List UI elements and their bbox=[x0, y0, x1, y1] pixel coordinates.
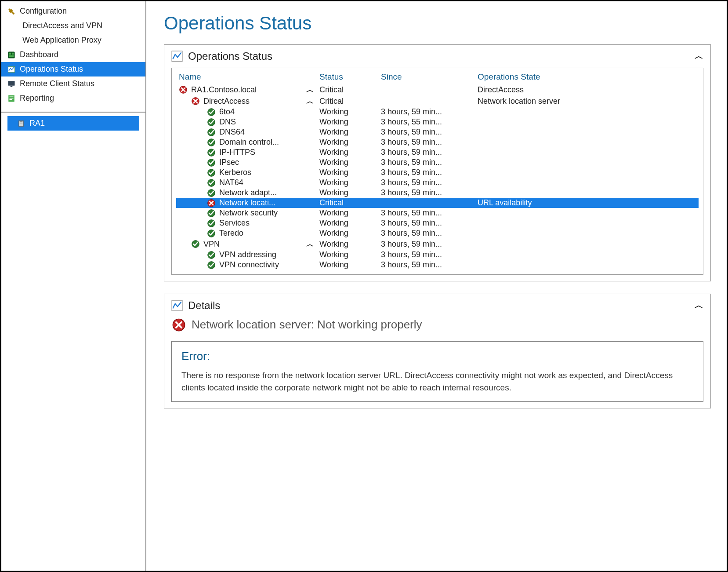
cell-since: 3 hours, 59 min... bbox=[381, 158, 478, 167]
col-name[interactable]: Name bbox=[179, 72, 319, 82]
error-icon bbox=[207, 199, 216, 208]
cell-name: 6to4 bbox=[179, 107, 319, 117]
table-row[interactable]: Network locati...CriticalURL availabilit… bbox=[176, 198, 699, 208]
cell-since: 3 hours, 59 min... bbox=[381, 260, 478, 270]
table-row[interactable]: IPsecWorking3 hours, 59 min... bbox=[176, 157, 699, 168]
svg-rect-2 bbox=[12, 52, 14, 55]
ok-icon bbox=[207, 261, 216, 270]
ok-icon bbox=[207, 251, 216, 259]
server-icon bbox=[16, 120, 26, 128]
server-item-ra1[interactable]: RA1 bbox=[7, 116, 139, 131]
cell-status: Working bbox=[319, 107, 381, 117]
cell-since: 3 hours, 59 min... bbox=[381, 107, 478, 117]
cell-since: 3 hours, 59 min... bbox=[381, 188, 478, 197]
table-row[interactable]: VPN︿Working3 hours, 59 min... bbox=[176, 238, 699, 250]
chevron-up-icon[interactable]: ︿ bbox=[306, 239, 314, 249]
page-title: Operations Status bbox=[164, 13, 711, 34]
row-label: VPN addressing bbox=[219, 250, 276, 259]
chevron-up-icon[interactable]: ︿ bbox=[306, 84, 314, 95]
cell-status: Working bbox=[319, 158, 381, 167]
sidebar-sub-web-app-proxy[interactable]: Web Application Proxy bbox=[1, 33, 145, 47]
cell-status: Working bbox=[319, 128, 381, 137]
col-state[interactable]: Operations State bbox=[478, 72, 696, 82]
cell-status: Working bbox=[319, 229, 381, 238]
table-header-row: Name Status Since Operations State bbox=[176, 72, 699, 82]
table-row[interactable]: Domain control...Working3 hours, 59 min.… bbox=[176, 137, 699, 147]
cell-since: 3 hours, 59 min... bbox=[381, 128, 478, 137]
cell-status: Working bbox=[319, 260, 381, 270]
col-since[interactable]: Since bbox=[381, 72, 478, 82]
row-label: IP-HTTPS bbox=[219, 148, 255, 157]
table-row[interactable]: DNS64Working3 hours, 59 min... bbox=[176, 127, 699, 137]
row-label: RA1.Contoso.local bbox=[191, 85, 257, 95]
error-icon bbox=[172, 318, 185, 332]
sidebar-item-configuration[interactable]: Configuration bbox=[1, 4, 145, 18]
sidebar-item-operations-status[interactable]: Operations Status bbox=[1, 62, 145, 77]
cell-op-state: Network location server bbox=[478, 97, 696, 106]
cell-since: 3 hours, 59 min... bbox=[381, 229, 478, 238]
svg-rect-8 bbox=[10, 96, 14, 97]
sidebar-sub-label: Web Application Proxy bbox=[22, 36, 101, 45]
row-label: IPsec bbox=[219, 158, 239, 167]
table-row[interactable]: KerberosWorking3 hours, 59 min... bbox=[176, 168, 699, 178]
collapse-chevron-icon[interactable]: ︿ bbox=[695, 299, 703, 311]
cell-status: Critical bbox=[319, 198, 381, 208]
sidebar-label: Remote Client Status bbox=[20, 79, 94, 88]
table-row[interactable]: VPN addressingWorking3 hours, 59 min... bbox=[176, 250, 699, 260]
panel-chart-icon bbox=[171, 51, 183, 62]
operations-table: Name Status Since Operations State RA1.C… bbox=[171, 68, 703, 275]
cell-name: VPN connectivity bbox=[179, 260, 319, 270]
monitor-icon bbox=[7, 80, 16, 88]
cell-since: 3 hours, 59 min... bbox=[381, 219, 478, 228]
table-row[interactable]: NAT64Working3 hours, 59 min... bbox=[176, 178, 699, 188]
table-row[interactable]: IP-HTTPSWorking3 hours, 59 min... bbox=[176, 147, 699, 157]
cell-since: 3 hours, 59 min... bbox=[381, 148, 478, 157]
sidebar-sub-label: DirectAccess and VPN bbox=[22, 21, 102, 30]
table-row[interactable]: 6to4Working3 hours, 59 min... bbox=[176, 107, 699, 117]
sidebar-sub-directaccess-vpn[interactable]: DirectAccess and VPN bbox=[1, 18, 145, 33]
table-row[interactable]: Network securityWorking3 hours, 59 min..… bbox=[176, 208, 699, 218]
sidebar-item-reporting[interactable]: Reporting bbox=[1, 91, 145, 106]
ok-icon bbox=[207, 118, 216, 127]
cell-name: RA1.Contoso.local︿ bbox=[179, 84, 319, 95]
cell-name: Services bbox=[179, 219, 319, 228]
row-label: Network locati... bbox=[219, 198, 275, 208]
sidebar-label: Configuration bbox=[20, 7, 67, 16]
collapse-chevron-icon[interactable]: ︿ bbox=[695, 50, 703, 62]
table-row[interactable]: RA1.Contoso.local︿CriticalDirectAccess bbox=[176, 84, 699, 95]
svg-rect-12 bbox=[20, 121, 23, 122]
table-row[interactable]: DNSWorking3 hours, 55 min... bbox=[176, 117, 699, 127]
cell-since: 3 hours, 59 min... bbox=[381, 208, 478, 218]
report-icon bbox=[7, 95, 16, 102]
ok-icon bbox=[207, 189, 216, 197]
cell-name: NAT64 bbox=[179, 178, 319, 187]
table-row[interactable]: DirectAccess︿CriticalNetwork location se… bbox=[176, 95, 699, 107]
col-status[interactable]: Status bbox=[319, 72, 381, 82]
cell-name: Kerberos bbox=[179, 168, 319, 177]
table-row[interactable]: TeredoWorking3 hours, 59 min... bbox=[176, 228, 699, 238]
row-label: Services bbox=[219, 219, 250, 228]
sidebar-item-dashboard[interactable]: Dashboard bbox=[1, 47, 145, 62]
server-list: RA1 bbox=[1, 112, 145, 131]
svg-rect-13 bbox=[20, 123, 23, 123]
error-body: There is no response from the network lo… bbox=[181, 369, 693, 393]
ok-icon bbox=[207, 168, 216, 177]
table-row[interactable]: VPN connectivityWorking3 hours, 59 min..… bbox=[176, 260, 699, 270]
table-row[interactable]: ServicesWorking3 hours, 59 min... bbox=[176, 218, 699, 228]
table-row[interactable]: Network adapt...Working3 hours, 59 min..… bbox=[176, 188, 699, 198]
sidebar-label: Operations Status bbox=[20, 65, 83, 74]
cell-name: Network adapt... bbox=[179, 188, 319, 197]
row-label: 6to4 bbox=[219, 107, 235, 117]
cell-name: Network security bbox=[179, 208, 319, 218]
error-heading: Error: bbox=[181, 350, 693, 363]
cell-status: Critical bbox=[319, 97, 381, 106]
cell-status: Working bbox=[319, 178, 381, 187]
chevron-up-icon[interactable]: ︿ bbox=[306, 96, 314, 106]
cell-name: DirectAccess︿ bbox=[179, 96, 319, 106]
cell-since: 3 hours, 55 min... bbox=[381, 117, 478, 127]
svg-rect-6 bbox=[11, 86, 13, 87]
error-icon bbox=[191, 97, 200, 106]
ok-icon bbox=[207, 179, 216, 187]
cell-name: Domain control... bbox=[179, 138, 319, 147]
sidebar-item-remote-client-status[interactable]: Remote Client Status bbox=[1, 77, 145, 91]
